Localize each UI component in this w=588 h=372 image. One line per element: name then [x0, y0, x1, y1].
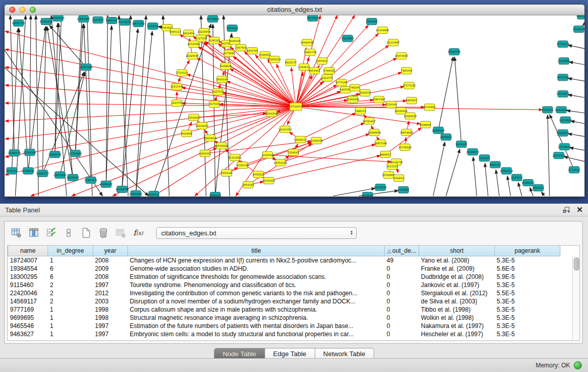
graph-node[interactable]: [490, 161, 500, 168]
graph-node[interactable]: [280, 126, 290, 133]
graph-node[interactable]: [41, 18, 51, 25]
close-panel-icon[interactable]: ✕: [576, 206, 583, 213]
graph-node[interactable]: [148, 191, 159, 196]
graph-node[interactable]: [224, 50, 234, 57]
table-scrollbar[interactable]: [572, 256, 579, 340]
graph-node[interactable]: [424, 104, 434, 111]
graph-node[interactable]: [441, 134, 451, 140]
graph-node[interactable]: [559, 143, 570, 150]
table-row[interactable]: 969969511998Structural magnetic resonanc…: [8, 314, 560, 322]
network-canvas[interactable]: 1405571220091406160935181065528715276076…: [5, 15, 584, 196]
graph-node[interactable]: [396, 107, 406, 114]
graph-node[interactable]: [560, 117, 571, 123]
graph-node[interactable]: [189, 41, 199, 48]
graph-node[interactable]: [374, 96, 384, 103]
graph-node[interactable]: [420, 121, 430, 128]
graph-node[interactable]: [210, 192, 221, 196]
graph-node[interactable]: [25, 149, 35, 156]
graph-node[interactable]: [480, 155, 490, 161]
graph-node[interactable]: [369, 129, 379, 136]
graph-node[interactable]: [286, 59, 296, 66]
graph-node[interactable]: [216, 142, 227, 149]
table-row[interactable]: 977716911998Corpus callosum shape and si…: [8, 305, 560, 314]
graph-node[interactable]: [456, 141, 467, 147]
delete-table-icon[interactable]: [96, 225, 111, 240]
graph-node[interactable]: [13, 20, 24, 27]
graph-node[interactable]: [101, 181, 111, 187]
graph-node[interactable]: [253, 171, 264, 178]
graph-node[interactable]: [574, 26, 584, 33]
graph-node[interactable]: [324, 68, 334, 74]
graph-node[interactable]: [209, 37, 220, 44]
graph-node[interactable]: [222, 169, 232, 176]
graph-node[interactable]: [406, 97, 417, 104]
graph-node[interactable]: [558, 91, 568, 97]
column-header-short[interactable]: short: [419, 246, 495, 256]
graph-node[interactable]: [68, 174, 78, 181]
graph-node[interactable]: [364, 118, 374, 124]
graph-node[interactable]: [199, 29, 209, 35]
network-table-selector[interactable]: citations_edges.txt ▲▼: [156, 227, 357, 239]
graph-node[interactable]: [53, 15, 63, 21]
graph-node[interactable]: [559, 58, 569, 64]
table-row[interactable]: 1830029562008Estimation of significance …: [8, 273, 560, 281]
graph-node[interactable]: [182, 130, 192, 137]
graph-node[interactable]: [360, 90, 370, 96]
graph-node[interactable]: [308, 15, 318, 21]
graph-node[interactable]: [288, 149, 298, 156]
graph-node[interactable]: [342, 35, 353, 42]
graph-node[interactable]: [523, 179, 533, 186]
graph-node[interactable]: [172, 83, 182, 90]
graph-node[interactable]: [50, 151, 60, 158]
graph-node[interactable]: [556, 106, 567, 113]
graph-node[interactable]: [398, 186, 408, 193]
minimize-window-icon[interactable]: [19, 7, 26, 13]
create-table-icon[interactable]: [9, 225, 24, 240]
graph-node[interactable]: [400, 144, 410, 150]
graph-node[interactable]: [7, 167, 17, 174]
table-row[interactable]: 1872400712008Changes of HCN gene express…: [8, 256, 560, 265]
graph-node-hub[interactable]: [290, 103, 302, 111]
graph-node[interactable]: [558, 74, 568, 81]
graph-node[interactable]: [184, 30, 194, 37]
graph-node[interactable]: [23, 167, 33, 174]
table-row[interactable]: 1938455462009Genome-wide association stu…: [8, 265, 560, 273]
graph-node[interactable]: [295, 136, 306, 143]
graph-node[interactable]: [433, 127, 443, 134]
graph-node[interactable]: [189, 114, 199, 121]
graph-node[interactable]: [366, 18, 377, 25]
graph-node[interactable]: [119, 19, 129, 26]
column-header-year[interactable]: year: [93, 246, 128, 256]
graph-node[interactable]: [554, 152, 564, 159]
table-header-row[interactable]: namein_degreeyeartitle△out_de...shortpag…: [8, 246, 560, 256]
column-header-title[interactable]: title: [128, 246, 385, 256]
graph-node[interactable]: [264, 177, 274, 184]
graph-node[interactable]: [70, 150, 80, 157]
graph-node[interactable]: [383, 171, 394, 178]
function-builder-icon[interactable]: f(x): [130, 225, 146, 240]
graph-node[interactable]: [209, 101, 220, 107]
new-document-icon[interactable]: [78, 225, 94, 240]
graph-node[interactable]: [55, 171, 65, 178]
graph-node[interactable]: [117, 186, 127, 192]
graph-node[interactable]: [394, 174, 404, 181]
graph-node[interactable]: [147, 23, 158, 30]
toggle-columns-icon[interactable]: [26, 225, 41, 240]
zoom-window-icon[interactable]: [30, 7, 36, 13]
table-scrollbar-thumb[interactable]: [574, 257, 579, 271]
graph-node[interactable]: [243, 181, 253, 188]
graph-node[interactable]: [267, 110, 277, 117]
table-row[interactable]: 911546021997Tourette syndrome. Phenomeno…: [8, 281, 560, 289]
graph-node[interactable]: [311, 137, 321, 144]
graph-node[interactable]: [302, 39, 312, 46]
graph-node[interactable]: [387, 163, 397, 169]
graph-node[interactable]: [377, 27, 387, 34]
graph-node[interactable]: [9, 149, 19, 156]
close-window-icon[interactable]: [9, 7, 15, 13]
graph-node[interactable]: [542, 106, 553, 113]
graph-node[interactable]: [221, 63, 231, 70]
network-window-titlebar[interactable]: citations_edges.txt: [5, 5, 584, 15]
graph-node[interactable]: [533, 184, 543, 191]
table-row[interactable]: 946362711997Embryonic stem cells: a mode…: [8, 330, 560, 338]
graph-node[interactable]: [380, 151, 390, 158]
